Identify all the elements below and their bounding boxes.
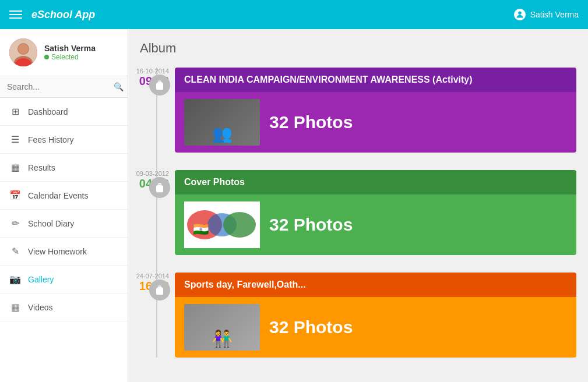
timeline-entry-2: 09-03-2012 04:03 Cover Photos xyxy=(175,170,576,255)
thumbnail-1: 👥 xyxy=(184,99,260,146)
sidebar-label-view-homework: View Homework xyxy=(28,247,87,256)
hamburger-menu[interactable] xyxy=(9,10,22,19)
album-card-2[interactable]: Cover Photos 🇮🇳 32 Photos xyxy=(175,170,576,255)
main-content: Album 16-10-2014 09:46 CLEAN INDIA CAMPA… xyxy=(128,29,588,382)
sidebar-label-results: Results xyxy=(28,163,55,172)
dashboard-icon: ⊞ xyxy=(9,106,21,117)
sidebar-label-calendar-events: Calendar Events xyxy=(28,191,89,200)
search-input[interactable] xyxy=(7,82,109,91)
header-left: eSchool App xyxy=(9,9,95,21)
app-title: eSchool App xyxy=(31,9,95,21)
sidebar-item-view-homework[interactable]: ✎ View Homework xyxy=(0,238,128,266)
dot-1 xyxy=(149,75,170,96)
sidebar-label-dashboard: Dashboard xyxy=(28,107,68,116)
date-1: 16-10-2014 xyxy=(128,68,169,75)
sidebar-label-gallery: Gallery xyxy=(28,275,54,284)
photo-count-1: 32 Photos xyxy=(269,112,353,132)
date-2: 09-03-2012 xyxy=(128,170,169,177)
user-icon xyxy=(514,9,526,20)
card-body-3: 👫 32 Photos xyxy=(175,297,576,358)
gallery-icon: 📷 xyxy=(9,274,21,285)
card-body-2: 🇮🇳 32 Photos xyxy=(175,194,576,255)
header-user-info: Satish Verma xyxy=(514,9,579,20)
svg-point-4 xyxy=(18,44,29,54)
card-header-3: Sports day, Farewell,Oath... xyxy=(175,273,576,297)
profile-info: Satish Verma Selected xyxy=(44,44,96,61)
sidebar-item-videos[interactable]: ▦ Videos xyxy=(0,293,128,321)
profile-name: Satish Verma xyxy=(44,44,96,53)
sidebar-label-school-diary: School Diary xyxy=(28,219,74,228)
homework-icon: ✎ xyxy=(9,246,21,257)
page-title: Album xyxy=(140,41,576,56)
card-body-1: 👥 32 Photos xyxy=(175,92,576,153)
fees-history-icon: ☰ xyxy=(9,134,21,145)
status-dot xyxy=(44,55,49,59)
search-button[interactable]: 🔍 xyxy=(114,82,124,91)
sidebar-item-results[interactable]: ▦ Results xyxy=(0,154,128,182)
sidebar-item-school-diary[interactable]: ✏ School Diary xyxy=(0,210,128,238)
svg-point-11 xyxy=(223,212,256,238)
sidebar-item-calendar-events[interactable]: 📅 Calendar Events xyxy=(0,182,128,210)
timeline-entry-1: 16-10-2014 09:46 CLEAN INDIA CAMPAIGN/EN… xyxy=(175,68,576,153)
dot-2 xyxy=(149,177,170,198)
sidebar-item-fees-history[interactable]: ☰ Fees History xyxy=(0,126,128,154)
date-3: 24-07-2014 xyxy=(128,273,169,280)
header-username: Satish Verma xyxy=(530,10,579,19)
card-header-1: CLEAN INDIA CAMPAIGN/ENVIRONMENT AWARENE… xyxy=(175,68,576,92)
sidebar-item-gallery[interactable]: 📷 Gallery xyxy=(0,266,128,293)
thumbnail-2: 🇮🇳 xyxy=(184,201,260,248)
svg-text:🇮🇳: 🇮🇳 xyxy=(193,221,209,237)
sidebar-label-videos: Videos xyxy=(28,303,53,312)
thumbnail-3: 👫 xyxy=(184,304,260,351)
svg-point-0 xyxy=(518,11,522,15)
dot-3 xyxy=(149,280,170,300)
search-container[interactable]: 🔍 xyxy=(0,76,128,98)
album-card-3[interactable]: Sports day, Farewell,Oath... 👫 32 Photos xyxy=(175,273,576,358)
album-card-1[interactable]: CLEAN INDIA CAMPAIGN/ENVIRONMENT AWARENE… xyxy=(175,68,576,153)
timeline-entry-3: 24-07-2014 16:38 Sports day, Farewell,Oa… xyxy=(175,273,576,358)
app-header: eSchool App Satish Verma xyxy=(0,0,588,29)
card-header-2: Cover Photos xyxy=(175,170,576,194)
photo-count-2: 32 Photos xyxy=(269,215,353,235)
sidebar-nav: ⊞ Dashboard ☰ Fees History ▦ Results 📅 C… xyxy=(0,98,128,321)
profile-section: Satish Verma Selected xyxy=(0,29,128,76)
photo-count-3: 32 Photos xyxy=(269,317,353,337)
diary-icon: ✏ xyxy=(9,218,21,229)
results-icon: ▦ xyxy=(9,162,21,173)
videos-icon: ▦ xyxy=(9,302,21,313)
album-timeline: 16-10-2014 09:46 CLEAN INDIA CAMPAIGN/EN… xyxy=(140,68,576,358)
avatar xyxy=(9,38,37,66)
sidebar-label-fees-history: Fees History xyxy=(28,135,74,144)
sidebar: Satish Verma Selected 🔍 ⊞ Dashboard ☰ Fe… xyxy=(0,29,128,382)
profile-status: Selected xyxy=(44,53,96,61)
calendar-icon: 📅 xyxy=(9,190,21,201)
sidebar-item-dashboard[interactable]: ⊞ Dashboard xyxy=(0,98,128,126)
